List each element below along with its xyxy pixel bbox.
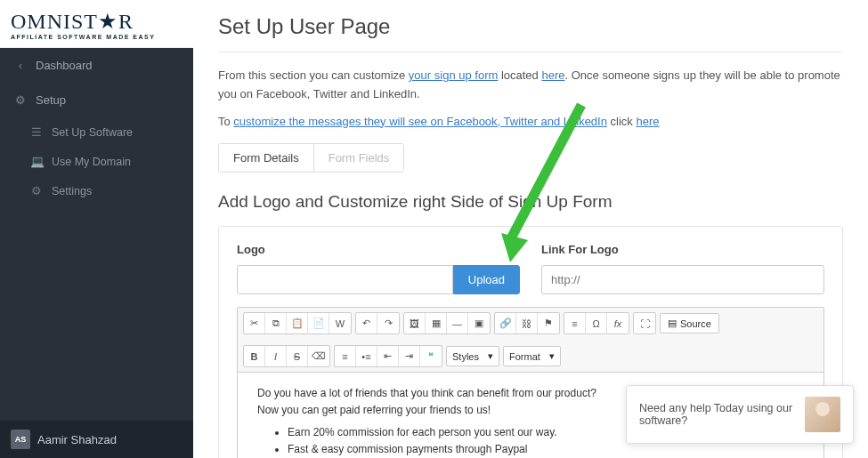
blockquote-icon[interactable]: ❝ [420,346,442,366]
paste-icon[interactable]: 📋 [287,313,308,333]
hr-icon[interactable]: — [447,313,468,333]
tab-form-fields[interactable]: Form Fields [313,144,404,172]
chat-message: Need any help Today using our software? [639,402,796,427]
section-title: Add Logo and Customize right Side of Sig… [218,192,843,212]
intro-text: To [218,115,233,128]
tab-form-details[interactable]: Form Details [219,144,313,172]
chevron-left-icon: ‹ [14,59,27,72]
format-dropdown[interactable]: Format▾ [503,346,561,366]
anchor-icon[interactable]: ⚑ [538,313,559,333]
logo-label: Logo [237,243,520,256]
intro-text: From this section you can customize [218,68,409,82]
link-signup-form[interactable]: your sign up form [409,68,498,82]
link-icon[interactable]: 🔗 [495,313,516,333]
nav-label: Settings [52,185,92,197]
link-logo-label: Link For Logo [541,243,824,256]
fx-icon[interactable]: fx [607,313,629,333]
nav-label: Setup [36,93,66,107]
chevron-down-icon: ▾ [488,350,493,362]
paste-text-icon[interactable]: 📄 [308,313,329,333]
strike-icon[interactable]: S [287,346,308,366]
chevron-down-icon: ▾ [549,350,555,362]
user-avatar: AS [11,430,30,449]
intro-text: located [498,68,541,82]
gauge-icon: ⚙ [14,93,27,107]
source-button[interactable]: ▤ Source [660,313,719,333]
indent-icon[interactable]: ⇥ [399,346,420,366]
bullet-list-icon[interactable]: •≡ [356,346,377,366]
user-name: Aamir Shahzad [37,433,117,446]
tabs: Form Details Form Fields [218,143,404,173]
remove-format-icon[interactable]: ⌫ [308,346,329,366]
nav-label: Set Up Software [52,126,133,139]
link-logo-input[interactable] [541,265,824,294]
page-title: Set Up User Page [218,14,843,39]
embed-icon[interactable]: ▣ [468,313,490,333]
divider [218,52,843,52]
outdent-icon[interactable]: ⇤ [377,346,399,366]
nav-label: Dashboard [36,59,93,72]
paste-word-icon[interactable]: W [329,313,351,333]
maximize-icon[interactable]: ⛶ [634,313,655,333]
numbered-list-icon[interactable]: ≡ [335,346,356,366]
italic-icon[interactable]: I [265,346,287,366]
chat-widget[interactable]: Need any help Today using our software? [626,385,854,444]
editor-toolbar: ✂ ⧉ 📋 📄 W ↶ ↷ 🖼 ▦ — ▣ 🔗 [238,308,823,373]
intro-paragraph-1: From this section you can customize your… [218,67,843,104]
brand-tagline: AFFILIATE SOFTWARE MADE EASY [11,34,183,40]
intro-text: click [607,115,637,128]
redo-icon[interactable]: ↷ [377,313,399,333]
nav-dashboard[interactable]: ‹ Dashboard [0,48,193,83]
user-footer[interactable]: AS Aamir Shahzad [0,421,193,458]
link-customize-messages[interactable]: customize the messages they will see on … [233,115,607,128]
bold-icon[interactable]: B [244,346,265,366]
intro-paragraph-2: To customize the messages they will see … [218,113,843,132]
link-here-1[interactable]: here [541,68,564,82]
styles-dropdown[interactable]: Styles▾ [446,346,499,366]
brand-name: OMNIST★R [11,9,183,34]
cut-icon[interactable]: ✂ [244,313,265,333]
source-icon: ▤ [668,317,677,329]
align-icon[interactable]: ≡ [564,313,586,333]
special-char-icon[interactable]: Ω [586,313,607,333]
link-here-2[interactable]: here [636,115,659,128]
nav-use-domain[interactable]: 💻 Use My Domain [0,147,193,176]
table-icon[interactable]: ▦ [426,313,447,333]
sidebar: OMNIST★R AFFILIATE SOFTWARE MADE EASY ‹ … [0,0,193,458]
nav-setup[interactable]: ⚙ Setup [0,83,193,117]
monitor-icon: 💻 [30,155,43,168]
sliders-icon: ☰ [30,125,43,139]
nav-settings[interactable]: ⚙ Settings [0,176,193,205]
unlink-icon[interactable]: ⛓ [516,313,538,333]
chat-avatar [805,397,840,432]
image-icon[interactable]: 🖼 [404,313,426,333]
upload-button[interactable]: Upload [453,265,520,294]
nav-label: Use My Domain [52,156,131,168]
undo-icon[interactable]: ↶ [356,313,377,333]
brand-logo: OMNIST★R AFFILIATE SOFTWARE MADE EASY [0,0,193,48]
copy-icon[interactable]: ⧉ [265,313,287,333]
nav-setup-software[interactable]: ☰ Set Up Software [0,117,193,147]
logo-file-input[interactable] [237,265,453,294]
gear-icon: ⚙ [30,184,43,197]
